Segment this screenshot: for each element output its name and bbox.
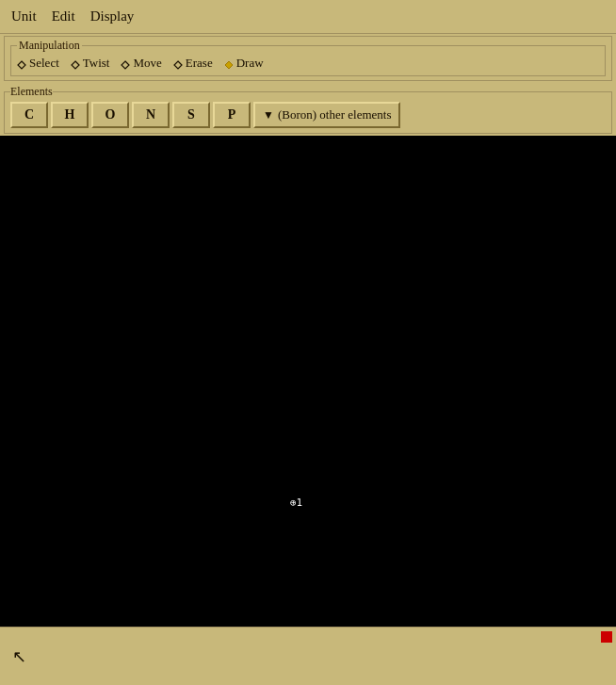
- manipulation-tools: Select Twist Mov: [17, 56, 599, 71]
- cursor-indicator: ⊕1: [290, 497, 302, 509]
- tool-select[interactable]: Select: [17, 56, 59, 71]
- elements-section: Elements C H O N S P ▼ (Boron) other ele…: [4, 85, 612, 134]
- svg-marker-4: [225, 61, 233, 69]
- tool-erase[interactable]: Erase: [173, 56, 213, 71]
- twist-diamond-icon: [71, 58, 80, 68]
- status-bar: ↖: [0, 627, 616, 685]
- other-elements-button[interactable]: ▼ (Boron) other elements: [253, 102, 400, 128]
- tool-move[interactable]: Move: [121, 56, 161, 71]
- tool-move-label: Move: [133, 56, 161, 71]
- draw-diamond-icon: [224, 58, 234, 68]
- tool-twist-label: Twist: [83, 56, 110, 71]
- canvas-area[interactable]: ⊕1: [0, 136, 616, 627]
- element-sulfur[interactable]: S: [172, 102, 210, 128]
- manipulation-label: Manipulation: [17, 39, 82, 53]
- manipulation-section: Manipulation Select: [4, 36, 612, 81]
- arrow-icon: ↖: [12, 646, 26, 667]
- application: Unit Edit Display Manipulation Select: [0, 0, 616, 685]
- svg-marker-3: [174, 61, 182, 69]
- element-nitrogen[interactable]: N: [132, 102, 170, 128]
- elements-label: Elements: [10, 85, 53, 99]
- tool-draw-label: Draw: [236, 56, 264, 71]
- element-phosphorus[interactable]: P: [213, 102, 251, 128]
- element-hydrogen[interactable]: H: [51, 102, 89, 128]
- tool-erase-label: Erase: [186, 56, 213, 71]
- menu-edit[interactable]: Edit: [44, 5, 83, 28]
- elements-buttons: C H O N S P ▼ (Boron) other elements: [10, 102, 606, 128]
- move-diamond-icon: [121, 58, 130, 68]
- menu-unit[interactable]: Unit: [4, 5, 44, 28]
- other-elements-label: (Boron) other elements: [278, 107, 392, 122]
- red-indicator: [601, 631, 612, 643]
- svg-marker-2: [122, 61, 129, 69]
- erase-diamond-icon: [173, 58, 183, 68]
- status-icon: ↖: [0, 628, 38, 685]
- menu-bar: Unit Edit Display: [0, 0, 616, 34]
- menu-display[interactable]: Display: [83, 5, 142, 28]
- element-carbon[interactable]: C: [10, 102, 48, 128]
- tool-twist[interactable]: Twist: [71, 56, 110, 71]
- svg-marker-0: [18, 61, 25, 69]
- svg-marker-1: [72, 61, 79, 69]
- select-diamond-icon: [17, 58, 26, 68]
- other-elements-dropdown-arrow: ▼: [263, 108, 274, 122]
- element-oxygen[interactable]: O: [91, 102, 129, 128]
- tool-select-label: Select: [29, 56, 59, 71]
- tool-draw[interactable]: Draw: [224, 56, 264, 71]
